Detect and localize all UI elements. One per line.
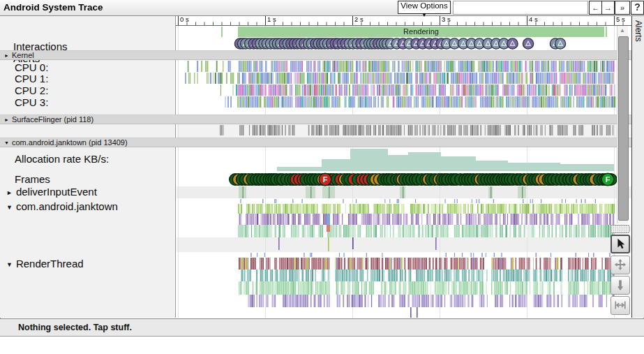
row-label-thread-janktown[interactable]: ▼com.android.janktown	[6, 200, 118, 212]
row-label-cpu1: CPU 1:	[15, 73, 48, 84]
process-section-header[interactable]: ▼com.android.janktown (pid 13409)	[0, 138, 631, 147]
track-label-panel: Interactions Alerts CPU 0: CPU 1: CPU 2:…	[0, 15, 176, 318]
expander-collapsed-icon: ►	[4, 53, 9, 58]
expander-collapsed-icon: ►	[4, 117, 9, 122]
render-thread-label: RenderThread	[16, 258, 84, 270]
move-icon	[614, 258, 627, 271]
window-title: Android System Trace	[3, 2, 103, 13]
surfaceflinger-section-header[interactable]: ►SurfaceFlinger (pid 118)	[0, 115, 631, 124]
top-bar: Android System Trace View Options ▼ ← → …	[0, 0, 644, 16]
toolbar-empty-panel	[453, 1, 588, 15]
toolbar-grip[interactable]	[611, 225, 630, 233]
alerts-side-tab[interactable]: Alerts	[631, 15, 644, 318]
alerts-tab-label: Alerts	[634, 20, 643, 42]
row-label-cpu2: CPU 2:	[15, 84, 48, 96]
row-label-render-thread[interactable]: ▼RenderThread	[6, 258, 84, 270]
caret-down-icon: ▼	[421, 12, 427, 18]
zoom-tool-button[interactable]	[611, 276, 630, 295]
expander-expanded-icon: ▼	[4, 140, 9, 145]
expander-collapsed-icon: ►	[6, 189, 13, 196]
expander-expanded-icon: ▼	[6, 261, 13, 268]
pan-left-button[interactable]: ←	[590, 1, 602, 14]
row-label-cpu0: CPU 0:	[15, 61, 48, 73]
select-tool-button[interactable]	[611, 235, 630, 253]
scroll-up-icon[interactable]: ▲	[620, 27, 625, 34]
help-button[interactable]: ?	[631, 1, 644, 15]
expand-view-button[interactable]: »	[615, 1, 630, 15]
pan-arrows-group: ← →	[589, 1, 615, 15]
scrollbar-thumb[interactable]	[618, 36, 629, 221]
kernel-header-label: Kernel	[12, 51, 34, 59]
row-label-cpu3: CPU 3:	[15, 96, 48, 108]
view-options-button[interactable]: View Options ▼	[398, 1, 451, 14]
process-header-label: com.android.janktown (pid 13409)	[12, 138, 128, 147]
surfaceflinger-header-label: SurfaceFlinger (pid 118)	[12, 115, 93, 124]
timing-tool-button[interactable]	[611, 296, 630, 315]
deliver-input-label: deliverInputEvent	[16, 186, 97, 198]
kernel-section-header[interactable]: ►Kernel	[0, 50, 631, 60]
cursor-icon	[614, 237, 627, 250]
pan-tool-button[interactable]	[611, 256, 630, 274]
view-options-label: View Options	[400, 1, 448, 10]
trace-timeline-canvas[interactable]	[176, 15, 631, 318]
status-message: Nothing selected. Tap stuff.	[18, 323, 132, 332]
row-label-frames: Frames	[15, 173, 50, 185]
thread-janktown-label: com.android.janktown	[16, 200, 118, 212]
status-bar: Nothing selected. Tap stuff.	[0, 318, 644, 337]
pan-right-button[interactable]: →	[602, 1, 614, 14]
footer-area	[0, 337, 644, 354]
row-label-deliver-input-event[interactable]: ►deliverInputEvent	[6, 186, 97, 198]
row-label-alloc-rate: Allocation rate KB/s:	[15, 153, 109, 165]
vertical-scrollbar[interactable]: ▲	[617, 26, 628, 223]
systrace-window: ►Kernel ►SurfaceFlinger (pid 118) ▼com.a…	[0, 0, 644, 354]
arrow-down-icon	[614, 279, 627, 291]
timing-range-icon	[614, 299, 627, 311]
expander-expanded-icon: ▼	[6, 204, 13, 211]
